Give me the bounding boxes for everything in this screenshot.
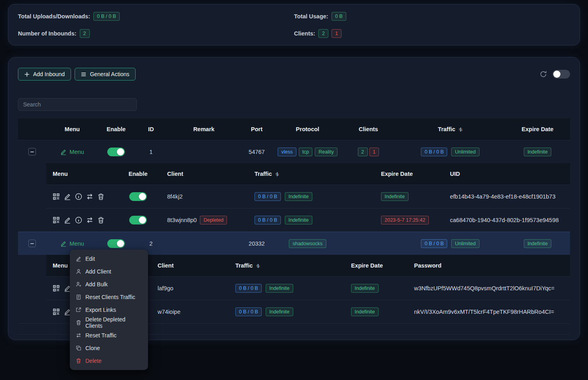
qrcode-icon[interactable] bbox=[53, 217, 60, 224]
user-plus-icon bbox=[76, 282, 81, 287]
inbound-2-port: 20332 bbox=[240, 240, 274, 247]
inbound-1-protocols: vless tcp Reality bbox=[274, 148, 341, 156]
traffic-badge: 0 B / 0 B bbox=[421, 148, 447, 156]
sort-icon: ↑|↓ bbox=[256, 264, 260, 268]
client-expire: 2023-5-7 17:25:42 bbox=[371, 216, 445, 224]
inbound-1-port: 54767 bbox=[240, 149, 274, 155]
header-password: Password bbox=[409, 262, 570, 269]
info-icon[interactable] bbox=[75, 217, 82, 224]
toggle-knob bbox=[117, 240, 124, 247]
menu-item-delete-depleted-clients[interactable]: Delete Depleted Clients bbox=[70, 316, 148, 329]
refresh-icon[interactable] bbox=[540, 71, 547, 78]
expire-badge: Indefinite bbox=[381, 192, 408, 201]
sort-icon: ↑|↓ bbox=[275, 172, 279, 176]
edit-icon bbox=[60, 149, 67, 155]
header-traffic-label: Traffic bbox=[438, 126, 456, 132]
client-enable-toggle[interactable] bbox=[129, 192, 147, 201]
header-menu: Menu bbox=[46, 126, 98, 132]
traffic-badge: 0 B / 0 B bbox=[255, 216, 281, 224]
qrcode-icon[interactable] bbox=[53, 193, 60, 200]
menu-item-label: Delete bbox=[85, 358, 101, 364]
depleted-badge: Depleted bbox=[200, 216, 227, 224]
clients-1-header: Menu Enable Client Traffic↑|↓ Expire Dat… bbox=[46, 163, 570, 185]
expire-badge: Indefinite bbox=[524, 148, 551, 156]
stat-clients: Clients: 2 1 bbox=[294, 29, 570, 38]
menu-item-edit[interactable]: Edit bbox=[70, 252, 148, 265]
menu-item-add-client[interactable]: Add Client bbox=[70, 265, 148, 278]
inbound-1-menu-button[interactable]: Menu bbox=[60, 149, 84, 155]
info-icon[interactable] bbox=[75, 193, 82, 200]
plus-icon bbox=[24, 72, 30, 77]
menu-item-label: Clone bbox=[85, 345, 100, 351]
menu-item-export-links[interactable]: Export Links bbox=[70, 303, 148, 316]
header-menu: Menu bbox=[46, 171, 120, 177]
edit-icon[interactable] bbox=[64, 217, 71, 224]
stats-card: Total Uploads/Downloads: 0 B / 0 B Total… bbox=[8, 4, 580, 45]
client-actions bbox=[46, 193, 120, 200]
header-expire-date: Expire Date bbox=[505, 126, 570, 132]
trash-icon bbox=[76, 358, 81, 364]
toolbar-right bbox=[540, 70, 570, 79]
inbound-row-1: Menu 1 54767 vless tcp Reality 2 1 0 B /… bbox=[18, 140, 570, 163]
client-password: nkV/I/3XoAm9v6xMT/T5lcrF4TpeTKF98rHARbRo… bbox=[409, 309, 570, 315]
inbounds-table-header: Menu Enable ID Remark Port Protocol Clie… bbox=[18, 118, 570, 140]
theme-toggle[interactable] bbox=[552, 70, 570, 79]
qrcode-icon[interactable] bbox=[53, 308, 60, 315]
stat-clients-active-badge: 2 bbox=[318, 29, 328, 38]
stat-total-usage-label: Total Usage: bbox=[294, 13, 328, 20]
menu-item-reset-traffic[interactable]: Reset Traffic bbox=[70, 329, 148, 342]
header-remark: Remark bbox=[168, 126, 240, 132]
traffic-total-badge: Unlimited bbox=[451, 239, 479, 248]
add-inbound-label: Add Inbound bbox=[33, 71, 65, 77]
qrcode-icon[interactable] bbox=[53, 285, 60, 292]
menu-item-delete[interactable]: Delete bbox=[70, 354, 148, 367]
client-traffic: 0 B / 0 B Indefinite bbox=[226, 284, 341, 293]
menu-item-clone[interactable]: Clone bbox=[70, 342, 148, 354]
traffic-badge: 0 B / 0 B bbox=[235, 284, 262, 293]
inbound-1-enable-toggle[interactable] bbox=[107, 148, 125, 156]
inbound-2-menu-button[interactable]: Menu bbox=[60, 240, 84, 247]
traffic-total-badge: Indefinite bbox=[266, 307, 293, 316]
reset-traffic-icon[interactable] bbox=[86, 193, 93, 200]
header-traffic[interactable]: Traffic↑|↓ bbox=[226, 262, 341, 269]
client-actions bbox=[46, 217, 120, 224]
edit-icon[interactable] bbox=[64, 193, 71, 200]
delete-icon[interactable] bbox=[97, 217, 105, 224]
inbounds-toolbar: Add Inbound General Actions bbox=[8, 68, 580, 81]
stat-total-usage-value: 0 B bbox=[331, 12, 346, 21]
general-actions-button[interactable]: General Actions bbox=[75, 68, 136, 81]
stat-uploads-downloads-value: 0 B / 0 B bbox=[93, 12, 120, 21]
header-traffic[interactable]: Traffic↑|↓ bbox=[250, 171, 371, 177]
client-enable-toggle[interactable] bbox=[129, 216, 147, 224]
reset-traffic-icon bbox=[76, 333, 81, 338]
client-name: laf9go bbox=[148, 285, 226, 291]
stat-uploads-downloads: Total Uploads/Downloads: 0 B / 0 B bbox=[18, 12, 294, 21]
toggle-knob bbox=[139, 193, 146, 200]
collapse-row-button[interactable] bbox=[28, 148, 36, 156]
menu-item-add-bulk[interactable]: Add Bulk bbox=[70, 278, 148, 291]
expire-badge: Indefinite bbox=[351, 307, 379, 316]
menu-item-label: Reset Clients Traffic bbox=[85, 294, 135, 300]
collapse-row-button[interactable] bbox=[28, 240, 36, 247]
expire-badge: 2023-5-7 17:25:42 bbox=[381, 216, 429, 224]
traffic-badge: 0 B / 0 B bbox=[421, 239, 447, 248]
document-icon bbox=[76, 294, 81, 300]
expire-badge: Indefinite bbox=[524, 239, 551, 248]
menu-item-reset-clients-traffic[interactable]: Reset Clients Traffic bbox=[70, 291, 148, 303]
add-inbound-button[interactable]: Add Inbound bbox=[18, 68, 71, 81]
header-traffic[interactable]: Traffic↑|↓ bbox=[395, 126, 505, 132]
inbound-2-traffic: 0 B / 0 B Unlimited bbox=[395, 239, 505, 248]
client-name-cell: 8t3wjnn8p0 Depleted bbox=[156, 216, 250, 224]
clients-active-badge: 2 bbox=[358, 148, 368, 156]
protocol-tag-reality: Reality bbox=[315, 148, 337, 156]
header-port: Port bbox=[240, 126, 274, 132]
search-input[interactable] bbox=[18, 98, 137, 111]
delete-icon[interactable] bbox=[97, 193, 105, 200]
inbound-2-enable-toggle[interactable] bbox=[107, 239, 125, 248]
client-expire: Indefinite bbox=[341, 284, 409, 293]
reset-traffic-icon[interactable] bbox=[86, 217, 93, 224]
client-name: 8t3wjnn8p0 bbox=[167, 217, 197, 223]
traffic-total-badge: Unlimited bbox=[451, 148, 479, 156]
client-uid: efb14b43-4a79-4e83-ef18-e48cf1901b73 bbox=[445, 193, 570, 200]
header-enable: Enable bbox=[120, 171, 156, 177]
